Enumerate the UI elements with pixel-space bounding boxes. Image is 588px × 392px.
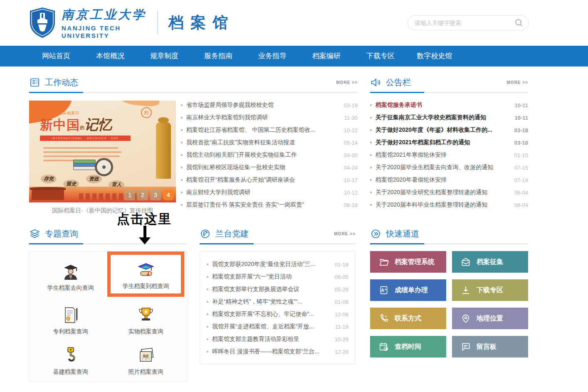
- party-list-item[interactable]: 档案馆支部开展“六一”党日活动06-05: [207, 271, 348, 283]
- svg-text:A⁺: A⁺: [381, 288, 387, 293]
- fast-forward-circle-icon: [370, 228, 381, 239]
- bullet-icon: [181, 142, 183, 143]
- party-list-item[interactable]: 我馆支部获2020年度“最佳党日活动”三...01-18: [207, 258, 348, 271]
- graduate-student-icon: [61, 261, 81, 281]
- nav-item-home[interactable]: 网站首页: [29, 46, 83, 67]
- university-name-cn: 南京工业大学: [62, 7, 146, 23]
- party-list-item[interactable]: 档案馆支部主题教育活动异彩纷呈10-29: [207, 333, 348, 345]
- notice-list-item[interactable]: 关于做好2021年档案归档工作的通知03-10: [370, 136, 528, 149]
- notice-list-item[interactable]: 关于做好2020年度《年鉴》材料收集工作的...03-18: [370, 124, 528, 136]
- graduation-cap-diploma-icon: [136, 260, 156, 280]
- party-list-item[interactable]: 我馆开展“走进档案馆、走近档案”开放...11-19: [207, 321, 348, 333]
- nav-item-regulations[interactable]: 规章制度: [137, 46, 191, 67]
- section-title-work-news: 工作动态: [45, 77, 78, 88]
- query-student-archive-destination[interactable]: 学生档案去向查询: [33, 258, 108, 295]
- query-patent-archive[interactable]: 专利档案查询: [33, 302, 108, 335]
- work-news-more-link[interactable]: MORE >>: [336, 80, 358, 85]
- news-list-item[interactable]: 我馆到虹桥校区现场征集一批校史实物04-24: [181, 161, 358, 174]
- pager-dot-1[interactable]: 1: [124, 190, 135, 200]
- location-pin-icon: [460, 313, 471, 324]
- news-list-item[interactable]: 南京林业大学档案馆到我馆调研11-30: [181, 111, 358, 124]
- section-underline: [200, 243, 356, 244]
- section-title-special-query: 专题查询: [45, 228, 78, 239]
- poster-huabiao-column: [156, 122, 171, 179]
- party-list-item[interactable]: 晖晖冬日 漫漫书香——档案馆支部“兰台...12-28: [207, 345, 348, 358]
- poster-motto-stones: 存凭 留史 资政 育人: [41, 175, 141, 183]
- layers-icon: [29, 228, 40, 239]
- patent-certificate-icon: [61, 305, 81, 325]
- newspaper-icon: [29, 77, 40, 88]
- nav-item-archive-research[interactable]: 档案编研: [299, 46, 353, 67]
- quick-transcript-service[interactable]: A⁺ 成绩单办理: [370, 279, 446, 301]
- news-list-item[interactable]: 我校首批“南工抗疫”实物资料征集活动报道05-14: [181, 136, 358, 149]
- news-list-item[interactable]: 南京财经大学到我馆调研10-12: [181, 186, 358, 199]
- university-shield-icon: [29, 7, 56, 39]
- query-infrastructure-archive[interactable]: 基建档案查询: [33, 342, 108, 376]
- pager-dot-4-active[interactable]: 4: [163, 190, 174, 200]
- search-input[interactable]: [415, 20, 514, 26]
- quick-archive-collection[interactable]: 档案征集: [452, 251, 528, 273]
- notice-list-item[interactable]: 档案馆服务承诺书10-11: [370, 99, 528, 111]
- search-box[interactable]: [408, 15, 529, 30]
- pager-dot-2[interactable]: 2: [137, 190, 148, 200]
- main-nav: 网站首页 本馆概况 规章制度 服务指南 业务指导 档案编研 下载专区 数字校史馆: [0, 46, 588, 67]
- quick-message-board[interactable]: 留言板: [452, 336, 528, 357]
- party-list-item[interactable]: 档案馆支部举行支部换届选举会议05-29: [207, 283, 348, 296]
- notice-list-item[interactable]: 关于2020届本科毕业生档案整理转递的通知06-04: [370, 199, 528, 211]
- annotation-click-here-label: 点击这里: [117, 210, 172, 228]
- section-underline: [29, 92, 358, 93]
- query-photo-archive[interactable]: 照片档案查询: [108, 342, 183, 376]
- phone-icon: [378, 313, 389, 324]
- party-list: 我馆支部获2020年度“最佳党日活动”三...01-18 档案馆支部开展“六一”…: [200, 251, 356, 364]
- quick-archive-management-system[interactable]: 档案管理系统: [370, 251, 446, 273]
- news-list-item[interactable]: 层层签订责任书 落实安全责任 夯实“一岗双责”06-18: [181, 199, 358, 211]
- nav-item-digital-history-museum[interactable]: 数字校史馆: [408, 46, 462, 67]
- site-header: 南京工业大学 NANJING TECH UNIVERSITY 档案馆: [0, 0, 588, 46]
- nav-item-overview[interactable]: 本馆概况: [83, 46, 137, 67]
- inbox-icon: [460, 256, 471, 267]
- search-icon[interactable]: [514, 18, 524, 27]
- carousel-pager: 1 2 3 4: [124, 190, 174, 200]
- logo-divider: [157, 12, 158, 34]
- query-student-archive-arrival[interactable]: 学生档案到档查询: [107, 251, 184, 297]
- news-list-item[interactable]: 省市场监督局领导参观我校校史馆03-19: [181, 99, 358, 111]
- news-list-item[interactable]: 档案馆召开“档案服务从心开始”调研座谈会10-17: [181, 174, 358, 186]
- university-logo[interactable]: 南京工业大学 NANJING TECH UNIVERSITY 档案馆: [29, 7, 235, 39]
- notice-list-item[interactable]: 关于2020届毕业生档案去向查询、改派的通知07-15: [370, 161, 528, 174]
- poster-stamp: 档: [141, 107, 152, 118]
- bullet-icon: [207, 338, 208, 340]
- bullet-icon: [181, 129, 183, 131]
- pager-dot-3[interactable]: 3: [150, 190, 161, 200]
- poster-title: 新中国的记忆: [40, 116, 112, 134]
- carousel-slide-poster[interactable]: 6月9日 · 国际档案日 新中国的记忆 INTERNATIONAL · ARCH…: [29, 101, 176, 202]
- nav-item-downloads[interactable]: 下载专区: [353, 46, 408, 67]
- quick-download-zone[interactable]: 下载专区: [452, 279, 528, 301]
- section-underline: [29, 243, 187, 244]
- party-list-item[interactable]: 补足“精神之钙”，铸牢“党性之魂”“...01-06: [207, 296, 348, 308]
- quick-location[interactable]: 地理位置: [452, 308, 528, 329]
- nav-item-service-guide[interactable]: 服务指南: [191, 46, 245, 67]
- notice-list-item[interactable]: 档案馆2021年寒假轮休安排01-15: [370, 149, 528, 161]
- bullet-icon: [370, 117, 372, 118]
- bullet-icon: [207, 276, 208, 278]
- notice-list: 档案馆服务承诺书10-11 关于征集南京工业大学校史档案资料的通知10-11 关…: [370, 99, 528, 211]
- quick-contact-info[interactable]: 联系方式: [370, 308, 446, 329]
- quick-archive-hours[interactable]: 查档时间: [370, 336, 446, 357]
- party-more-link[interactable]: MORE >>: [334, 232, 356, 236]
- notice-list-item[interactable]: 关于征集南京工业大学校史档案资料的通知10-11: [370, 111, 528, 124]
- notice-list-item[interactable]: 档案馆2020年暑假轮休安排07-14: [370, 174, 528, 186]
- notice-more-link[interactable]: MORE >>: [507, 80, 528, 85]
- query-physical-archive[interactable]: 实物档案查询: [108, 302, 183, 335]
- bullet-icon: [207, 264, 208, 265]
- news-list-item[interactable]: 我馆主动到相关部门开展校史实物征集工作04-30: [181, 149, 358, 161]
- news-list-item[interactable]: 档案馆赴江苏省档案馆、 中国第二历史档案馆收...10-22: [181, 124, 358, 136]
- notice-list-item[interactable]: 关于2020届毕业研究生档案整理转递的通知06-04: [370, 186, 528, 199]
- trophy-icon: [136, 305, 156, 325]
- university-name-en-2: UNIVERSITY: [62, 32, 146, 39]
- download-icon: [460, 285, 471, 296]
- nav-item-business-guidance[interactable]: 业务指导: [245, 46, 299, 67]
- party-list-item[interactable]: 档案馆支部开展“不忘初心、牢记使命”...12-06: [207, 308, 348, 321]
- special-query-grid: 学生档案去向查询 学生档案到档查询: [29, 251, 187, 382]
- bullet-icon: [370, 192, 372, 193]
- bullet-icon: [181, 104, 183, 106]
